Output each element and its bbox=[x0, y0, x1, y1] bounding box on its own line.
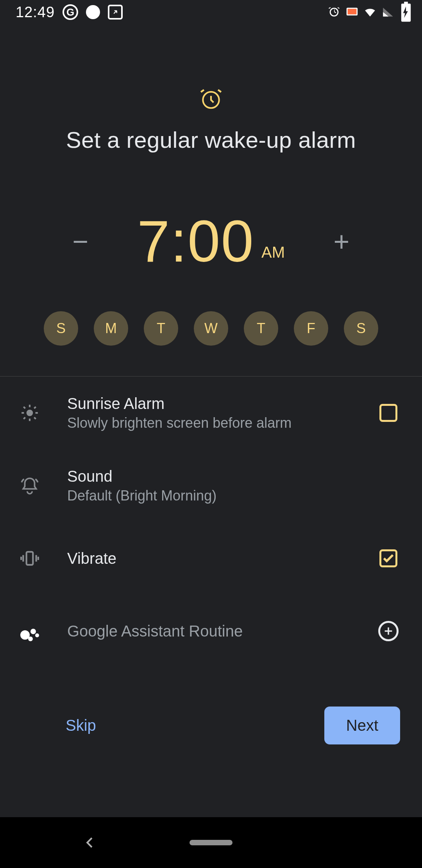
hero: Set a regular wake-up alarm bbox=[0, 24, 422, 153]
time-picker: − 7:00 AM + bbox=[0, 208, 422, 275]
day-chip-fri[interactable]: F bbox=[294, 311, 328, 346]
sound-subtitle: Default (Bright Morning) bbox=[67, 488, 377, 504]
settings-list: Sunrise Alarm Slowly brighten screen bef… bbox=[0, 377, 422, 667]
sound-row[interactable]: Sound Default (Bright Morning) bbox=[0, 449, 422, 522]
wifi-status-icon bbox=[363, 5, 377, 19]
vibrate-row[interactable]: Vibrate bbox=[0, 522, 422, 595]
day-chip-wed[interactable]: W bbox=[194, 311, 228, 346]
wake-time-display[interactable]: 7:00 AM bbox=[137, 208, 285, 275]
alarm-hero-icon bbox=[199, 87, 223, 111]
assistant-add-button[interactable] bbox=[378, 621, 399, 641]
status-screenshot-icon bbox=[108, 5, 123, 20]
sound-title: Sound bbox=[67, 468, 377, 485]
system-nav-bar bbox=[0, 817, 422, 868]
vibrate-title: Vibrate bbox=[67, 550, 377, 567]
day-chip-sun[interactable]: S bbox=[44, 311, 78, 346]
time-increment-button[interactable]: + bbox=[328, 228, 355, 255]
alarm-status-icon bbox=[327, 5, 341, 19]
battery-status-icon bbox=[399, 5, 413, 19]
google-app-icon: G bbox=[63, 4, 78, 20]
sunrise-subtitle: Slowly brighten screen before alarm bbox=[67, 415, 377, 431]
day-chip-sat[interactable]: S bbox=[344, 311, 378, 346]
vibrate-checkbox[interactable] bbox=[379, 549, 397, 567]
sound-icon bbox=[13, 476, 46, 495]
next-button[interactable]: Next bbox=[324, 707, 400, 744]
skip-button[interactable]: Skip bbox=[56, 710, 106, 741]
day-chip-tue[interactable]: T bbox=[144, 311, 178, 346]
brightness-icon bbox=[13, 403, 46, 423]
status-dot-icon bbox=[86, 5, 100, 19]
page-title: Set a regular wake-up alarm bbox=[66, 127, 356, 153]
svg-point-5 bbox=[27, 410, 33, 416]
sunrise-title: Sunrise Alarm bbox=[67, 395, 377, 412]
svg-line-13 bbox=[34, 407, 36, 408]
assistant-title: Google Assistant Routine bbox=[67, 622, 377, 640]
cast-status-icon bbox=[345, 5, 359, 19]
sunrise-alarm-row[interactable]: Sunrise Alarm Slowly brighten screen bef… bbox=[0, 377, 422, 449]
svg-rect-14 bbox=[27, 552, 33, 565]
day-chip-mon[interactable]: M bbox=[94, 311, 128, 346]
sunrise-checkbox[interactable] bbox=[379, 404, 397, 422]
status-bar: 12:49 G bbox=[0, 0, 422, 24]
svg-line-12 bbox=[23, 417, 25, 419]
day-chip-thu[interactable]: T bbox=[244, 311, 278, 346]
assistant-routine-row[interactable]: Google Assistant Routine bbox=[0, 595, 422, 667]
svg-line-11 bbox=[34, 417, 36, 419]
days-row: S M T W T F S bbox=[0, 311, 422, 346]
vibrate-icon bbox=[13, 549, 46, 568]
svg-line-10 bbox=[23, 407, 25, 408]
wake-time-ampm: AM bbox=[261, 244, 285, 261]
home-pill[interactable] bbox=[190, 840, 232, 845]
svg-rect-0 bbox=[347, 8, 357, 15]
back-icon[interactable] bbox=[82, 835, 98, 850]
cell-status-icon bbox=[381, 5, 395, 19]
assistant-icon bbox=[13, 619, 46, 643]
wake-time-value: 7:00 bbox=[137, 208, 254, 275]
svg-rect-3 bbox=[404, 2, 408, 4]
status-clock: 12:49 bbox=[16, 4, 55, 21]
footer: Skip Next bbox=[0, 707, 422, 744]
time-decrement-button[interactable]: − bbox=[67, 228, 94, 255]
